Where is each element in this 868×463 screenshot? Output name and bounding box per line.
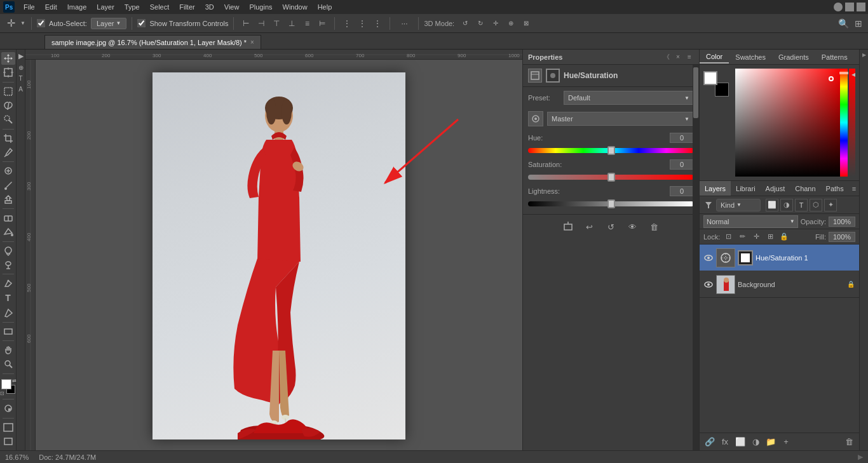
menu-filter[interactable]: Filter: [175, 2, 199, 12]
menu-type[interactable]: Type: [120, 2, 144, 12]
search-btn[interactable]: 🔍: [837, 18, 849, 29]
saturation-value-input[interactable]: 0: [670, 159, 694, 170]
tab-patterns[interactable]: Patterns: [815, 51, 854, 63]
opacity-input[interactable]: [829, 217, 855, 227]
lasso-tool[interactable]: [1, 99, 15, 112]
align-left-btn[interactable]: ⊢: [239, 17, 253, 30]
menu-view[interactable]: View: [220, 2, 244, 12]
screen-mode-2-btn[interactable]: [1, 435, 15, 448]
tab-adjust[interactable]: Adjust: [761, 181, 790, 196]
menu-select[interactable]: Select: [146, 2, 174, 12]
color-spectrum-area[interactable]: ◀: [735, 69, 855, 177]
side-tool-2[interactable]: ⊕: [18, 64, 24, 71]
tab-layers[interactable]: Layers: [700, 181, 731, 196]
colorize-icon[interactable]: [528, 111, 543, 126]
document-tab[interactable]: sample image.jpg @ 16.7% (Hue/Saturation…: [44, 35, 261, 49]
lightness-slider-thumb[interactable]: [607, 199, 615, 208]
align-top-btn[interactable]: ⊥: [285, 17, 299, 30]
layer-style-btn[interactable]: fx: [719, 436, 731, 448]
tab-paths[interactable]: Paths: [821, 181, 849, 196]
status-arrow[interactable]: ▶: [858, 453, 863, 461]
tool-options-arrow[interactable]: ▼: [20, 20, 26, 27]
quick-select-tool[interactable]: [1, 113, 15, 126]
rectangle-tool[interactable]: [1, 325, 15, 338]
marquee-tool[interactable]: [1, 85, 15, 98]
new-layer-btn[interactable]: +: [780, 436, 792, 448]
channel-dropdown[interactable]: Master ▼: [547, 112, 694, 126]
shape-filter-btn[interactable]: ⬡: [810, 199, 822, 211]
screen-mode-btn[interactable]: [1, 420, 15, 433]
smart-filter-btn[interactable]: ✦: [824, 199, 837, 211]
link-layers-btn[interactable]: 🔗: [703, 436, 716, 448]
clip-to-layer-btn[interactable]: [561, 220, 575, 234]
lock-transparent-btn[interactable]: ⊡: [722, 231, 734, 243]
text-tool[interactable]: T: [1, 291, 15, 305]
quick-mask-btn[interactable]: [1, 402, 15, 415]
side-tool-4[interactable]: A: [18, 86, 23, 93]
preset-dropdown[interactable]: Default ▼: [564, 91, 694, 105]
swap-colors-icon[interactable]: ⇄: [12, 378, 17, 384]
new-group-btn[interactable]: 📁: [764, 436, 777, 448]
tab-close-btn[interactable]: ×: [250, 39, 254, 46]
properties-collapse-btn[interactable]: 《: [662, 53, 671, 62]
path-select-tool[interactable]: [1, 306, 15, 319]
toggle-visibility-btn[interactable]: 👁: [626, 220, 640, 234]
layer-item-hue-sat[interactable]: Hue/Saturation 1: [700, 245, 859, 271]
lock-position-btn[interactable]: ✛: [750, 231, 762, 243]
tab-gradients[interactable]: Gradients: [772, 51, 815, 63]
window-maximize[interactable]: [845, 3, 854, 11]
move-tool[interactable]: [1, 52, 15, 65]
lightness-slider-track[interactable]: [528, 199, 694, 209]
new-fill-adj-btn[interactable]: ◑: [749, 436, 762, 448]
crop-tool[interactable]: [1, 131, 15, 144]
color-spectrum-bg[interactable]: [735, 69, 841, 177]
hue-bar[interactable]: [840, 69, 848, 177]
lock-image-btn[interactable]: ✏: [736, 231, 748, 243]
window-minimize[interactable]: [834, 3, 843, 11]
healing-tool[interactable]: [1, 164, 15, 177]
reset-colors-icon[interactable]: ⊡: [0, 391, 4, 396]
3d-pan-btn[interactable]: ✛: [489, 17, 503, 30]
layer-eye-bg[interactable]: [703, 279, 714, 290]
pen-tool[interactable]: [1, 277, 15, 290]
type-filter-btn[interactable]: T: [795, 199, 808, 211]
previous-state-btn[interactable]: ↩: [583, 220, 597, 234]
paint-bucket-tool[interactable]: [1, 225, 15, 238]
menu-plugins[interactable]: Plugins: [245, 2, 276, 12]
align-middle-btn[interactable]: ≡: [300, 17, 314, 30]
reset-btn[interactable]: ↺: [604, 220, 618, 234]
menu-layer[interactable]: Layer: [92, 2, 119, 12]
menu-edit[interactable]: Edit: [41, 2, 62, 12]
transform-checkbox[interactable]: [137, 19, 146, 27]
clone-stamp-tool[interactable]: [1, 193, 15, 206]
blur-tool[interactable]: [1, 245, 15, 257]
kind-filter-dropdown[interactable]: Kind ▼: [716, 199, 761, 211]
side-tool-3[interactable]: T: [18, 75, 22, 82]
hand-tool[interactable]: [1, 344, 15, 356]
properties-scrollbar[interactable]: [693, 65, 699, 450]
eraser-tool[interactable]: [1, 211, 15, 224]
align-right-btn[interactable]: ⊤: [269, 17, 283, 30]
distribute-btn-1[interactable]: ⋮: [340, 17, 354, 30]
hue-slider-track[interactable]: [528, 145, 694, 156]
eyedropper-tool[interactable]: [1, 146, 15, 159]
tab-swatches[interactable]: Swatches: [729, 51, 772, 63]
tab-chann[interactable]: Chann: [790, 181, 820, 196]
alpha-bar[interactable]: [849, 69, 855, 177]
tab-color[interactable]: Color: [700, 51, 729, 64]
blend-mode-dropdown[interactable]: Normal ▼: [703, 215, 798, 228]
side-tool-1[interactable]: ▶: [18, 52, 24, 60]
workspace-btn[interactable]: ⊞: [853, 18, 864, 29]
zoom-tool[interactable]: [1, 358, 15, 370]
hue-value-input[interactable]: 0: [670, 133, 694, 143]
artboard-tool[interactable]: [1, 66, 15, 79]
window-close[interactable]: [857, 3, 865, 11]
align-center-btn[interactable]: ⊣: [254, 17, 268, 30]
menu-window[interactable]: Window: [278, 2, 312, 12]
3d-slide-btn[interactable]: ⊕: [504, 17, 518, 30]
properties-menu-btn[interactable]: ≡: [685, 53, 694, 62]
saturation-slider-thumb[interactable]: [607, 173, 615, 182]
delete-layer-btn[interactable]: 🗑: [648, 220, 661, 234]
dodge-tool[interactable]: [1, 258, 15, 271]
menu-file[interactable]: File: [19, 2, 39, 12]
